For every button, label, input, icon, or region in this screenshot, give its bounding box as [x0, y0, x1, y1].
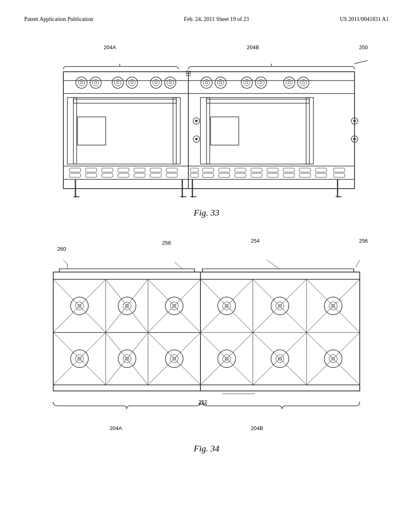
svg-rect-80	[202, 168, 214, 172]
svg-rect-81	[202, 173, 214, 177]
svg-rect-73	[134, 173, 145, 177]
fig34-caption: Fig. 34	[24, 443, 389, 454]
svg-rect-71	[118, 173, 129, 177]
svg-rect-47	[73, 98, 77, 164]
svg-line-118	[267, 260, 279, 269]
page-header: Patent Application Publication Feb. 24, …	[24, 16, 389, 23]
svg-line-2	[355, 60, 368, 64]
svg-rect-72	[134, 168, 145, 172]
svg-point-32	[241, 77, 252, 88]
label-204a-top: 204A	[104, 44, 116, 50]
label-204a-bottom: 204A	[110, 425, 122, 431]
svg-rect-55	[206, 99, 309, 103]
svg-rect-45	[67, 98, 180, 164]
svg-point-41	[298, 77, 309, 88]
svg-rect-65	[69, 173, 81, 177]
svg-rect-74	[150, 168, 161, 172]
label-250: 250	[359, 44, 368, 50]
svg-point-62	[353, 138, 356, 140]
svg-rect-48	[173, 98, 176, 164]
svg-rect-108	[53, 272, 360, 279]
svg-rect-67	[86, 173, 97, 177]
svg-rect-112	[202, 269, 354, 272]
fig33-caption: Fig. 33	[24, 208, 389, 218]
svg-rect-96	[334, 168, 345, 172]
svg-rect-64	[69, 168, 81, 172]
svg-point-35	[255, 77, 267, 88]
svg-rect-86	[251, 168, 262, 172]
svg-rect-107	[53, 272, 360, 391]
svg-rect-58	[211, 117, 239, 145]
fig33-drawing	[33, 60, 380, 206]
svg-point-51	[195, 120, 198, 122]
fig34-drawing	[41, 260, 372, 421]
label-256: 256	[359, 238, 368, 244]
svg-point-17	[126, 77, 138, 88]
svg-rect-77	[166, 173, 177, 177]
svg-point-29	[215, 77, 226, 88]
svg-rect-97	[334, 173, 345, 177]
svg-point-13	[94, 81, 97, 84]
label-258: 258	[162, 240, 171, 246]
svg-rect-85	[235, 173, 246, 177]
svg-rect-66	[86, 168, 97, 172]
header-left: Patent Application Publication	[24, 16, 93, 23]
fig33-section: 204A 204B 250	[24, 44, 389, 218]
svg-rect-91	[283, 173, 294, 177]
header-center: Feb. 24, 2011 Sheet 19 of 23	[184, 16, 249, 23]
label-204b-top: 204B	[247, 44, 259, 50]
svg-rect-194	[53, 385, 360, 391]
svg-point-60	[353, 120, 356, 122]
svg-rect-109	[59, 269, 194, 272]
svg-line-119	[356, 260, 360, 267]
svg-point-34	[246, 81, 248, 84]
svg-rect-4	[63, 72, 355, 81]
svg-rect-3	[63, 72, 355, 189]
svg-rect-79	[190, 173, 198, 177]
svg-rect-69	[102, 173, 113, 177]
svg-rect-78	[190, 168, 198, 172]
svg-rect-95	[315, 173, 327, 177]
svg-rect-56	[206, 98, 210, 164]
svg-point-8	[76, 77, 87, 88]
svg-point-43	[302, 81, 305, 84]
svg-rect-82	[219, 168, 230, 172]
svg-point-11	[90, 77, 101, 88]
label-260: 260	[57, 246, 66, 252]
svg-rect-83	[219, 173, 230, 177]
svg-line-116	[63, 260, 67, 264]
svg-rect-70	[118, 168, 129, 172]
svg-rect-49	[77, 117, 106, 145]
svg-rect-92	[299, 168, 311, 172]
svg-rect-75	[150, 173, 161, 177]
svg-point-20	[150, 77, 162, 88]
svg-rect-89	[267, 173, 278, 177]
svg-point-19	[131, 81, 133, 84]
svg-point-10	[80, 81, 83, 84]
svg-point-53	[195, 138, 198, 140]
svg-rect-57	[306, 98, 309, 164]
svg-point-16	[117, 81, 119, 84]
svg-rect-68	[102, 168, 113, 172]
svg-rect-76	[166, 168, 177, 172]
svg-rect-84	[235, 168, 246, 172]
svg-rect-54	[200, 98, 313, 164]
label-252: 252	[198, 399, 207, 405]
header-right: US 2011/0041831 A1	[340, 16, 389, 23]
svg-line-117	[174, 262, 182, 269]
svg-rect-90	[283, 168, 294, 172]
svg-point-26	[201, 77, 212, 88]
svg-rect-88	[267, 168, 278, 172]
svg-point-22	[155, 81, 157, 84]
label-254: 254	[251, 238, 260, 244]
svg-point-25	[169, 81, 171, 84]
svg-point-40	[288, 81, 290, 84]
svg-point-37	[260, 81, 262, 84]
fig34-section: 260 258 254 256	[24, 238, 389, 454]
svg-rect-93	[299, 173, 311, 177]
svg-point-28	[205, 81, 208, 84]
svg-point-38	[284, 77, 295, 88]
svg-rect-94	[315, 168, 327, 172]
svg-rect-46	[73, 99, 176, 103]
svg-point-31	[219, 81, 222, 84]
